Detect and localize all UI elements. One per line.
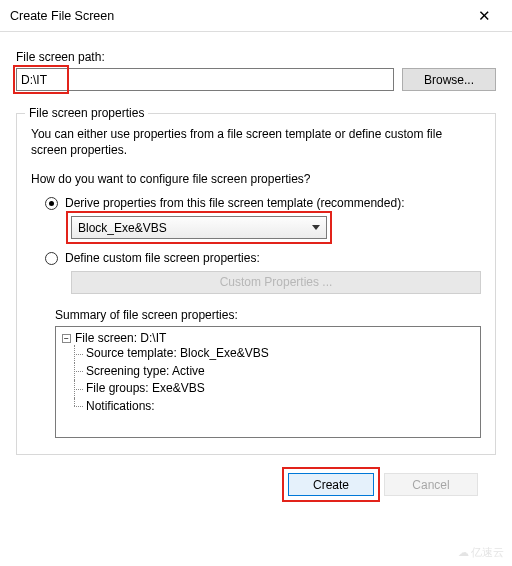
properties-fieldset: File screen properties You can either us… (16, 113, 496, 455)
summary-tree-children: Source template: Block_Exe&VBS Screening… (72, 345, 474, 415)
path-label: File screen path: (16, 50, 496, 64)
properties-question: How do you want to configure file screen… (31, 172, 481, 186)
properties-hint: You can either use properties from a fil… (31, 126, 481, 158)
chevron-down-icon (312, 225, 320, 230)
template-select[interactable]: Block_Exe&VBS (71, 216, 327, 239)
cloud-icon: ☁ (458, 546, 469, 559)
summary-label: Summary of file screen properties: (55, 308, 481, 322)
dialog-footer: Create Cancel (16, 473, 496, 496)
properties-legend: File screen properties (25, 106, 148, 120)
radio-derive-indicator (45, 197, 58, 210)
summary-root-label: File screen: D:\IT (75, 331, 166, 345)
path-input[interactable] (16, 68, 394, 91)
window-title: Create File Screen (10, 9, 464, 23)
titlebar: Create File Screen ✕ (0, 0, 512, 32)
summary-item: Source template: Block_Exe&VBS (72, 345, 474, 362)
summary-item: Notifications: (72, 398, 474, 415)
summary-tree-root[interactable]: − File screen: D:\IT (62, 331, 474, 345)
browse-button[interactable]: Browse... (402, 68, 496, 91)
create-button[interactable]: Create (288, 473, 374, 496)
radio-define-indicator (45, 252, 58, 265)
custom-properties-button: Custom Properties ... (71, 271, 481, 294)
summary-item: File groups: Exe&VBS (72, 380, 474, 397)
tree-collapse-icon[interactable]: − (62, 334, 71, 343)
dialog-content: File screen path: Browse... File screen … (0, 32, 512, 506)
radio-define-label: Define custom file screen properties: (65, 251, 260, 265)
summary-item: Screening type: Active (72, 363, 474, 380)
cancel-button[interactable]: Cancel (384, 473, 478, 496)
summary-box: − File screen: D:\IT Source template: Bl… (55, 326, 481, 438)
watermark: ☁ 亿速云 (458, 545, 504, 560)
radio-derive-label: Derive properties from this file screen … (65, 196, 404, 210)
radio-derive[interactable]: Derive properties from this file screen … (45, 196, 481, 210)
template-select-value: Block_Exe&VBS (78, 221, 167, 235)
radio-define[interactable]: Define custom file screen properties: (45, 251, 481, 265)
close-icon[interactable]: ✕ (464, 7, 504, 25)
